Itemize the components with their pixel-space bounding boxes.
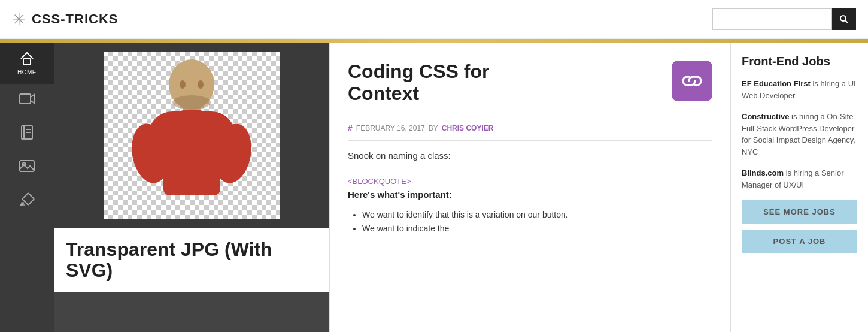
left-card-text: Transparent JPG (With SVG) [54, 228, 329, 292]
svg-point-23 [172, 95, 211, 110]
main-layout: HOME [0, 43, 868, 332]
sidebar-item-video[interactable] [0, 84, 54, 116]
article-image-area [54, 43, 329, 228]
article-meta: # FEBRUARY 16, 2017 BY CHRIS COYIER [348, 116, 712, 141]
checkered-background [104, 52, 280, 219]
logo[interactable]: ✳ CSS-TRICKS [12, 10, 118, 29]
site-header: ✳ CSS-TRICKS [0, 0, 868, 39]
svg-point-0 [840, 16, 846, 21]
content-area: Transparent JPG (With SVG) Coding CSS fo… [54, 43, 730, 332]
home-icon [19, 51, 35, 67]
logo-asterisk: ✳ [12, 10, 26, 29]
meta-by: BY [429, 124, 438, 132]
sidebar-home-label: HOME [17, 69, 37, 76]
left-article-card[interactable]: Transparent JPG (With SVG) [54, 43, 329, 332]
sidebar-item-almanac[interactable] [0, 116, 54, 151]
left-article-title: Transparent JPG (With SVG) [66, 239, 317, 281]
job-entry[interactable]: EF Education First is hiring a UI Web De… [742, 78, 857, 101]
link-icon [681, 73, 703, 89]
job-company: Constructive [742, 112, 789, 121]
book-icon [20, 125, 34, 140]
svg-rect-20 [163, 159, 220, 195]
image-icon [19, 159, 35, 173]
job-company: EF Education First [742, 79, 811, 88]
sidebar-item-home[interactable]: HOME [0, 43, 54, 84]
article-quote-text: Here's what's important: [348, 189, 712, 200]
post-job-button[interactable]: POST A JOB [742, 230, 857, 253]
meta-author-link[interactable]: CHRIS COYIER [442, 124, 494, 132]
pencil-icon [19, 192, 35, 207]
jobs-list: EF Education First is hiring a UI Web De… [742, 78, 857, 191]
svg-point-22 [198, 80, 204, 89]
list-item: We want to identify that this is a varia… [362, 208, 712, 222]
jobs-title: Front-End Jobs [742, 55, 857, 68]
bullet-list: We want to identify that this is a varia… [362, 208, 712, 237]
list-item: We want to indicate the [362, 222, 712, 236]
svg-rect-2 [23, 59, 31, 65]
sidebar-item-snippets[interactable] [0, 183, 54, 218]
logo-text: CSS-TRICKS [32, 11, 118, 27]
search-icon [839, 14, 849, 24]
video-icon [19, 92, 35, 105]
sidebar: HOME [0, 43, 54, 332]
svg-point-21 [180, 80, 186, 89]
search-area [712, 8, 856, 30]
article-header: Coding CSS for Context [348, 61, 712, 105]
person-figure [104, 52, 280, 219]
jobs-sidebar: Front-End Jobs EF Education First is hir… [730, 43, 868, 332]
job-company: Blinds.com [742, 168, 784, 177]
svg-rect-3 [20, 94, 31, 104]
snook-text: Snook on naming a class: [348, 150, 712, 161]
article-title: Coding CSS for Context [348, 61, 539, 105]
job-entry[interactable]: Constructive is hiring a On-Site Full-St… [742, 111, 857, 158]
meta-date: FEBRUARY 16, 2017 [356, 124, 425, 132]
search-button[interactable] [832, 8, 856, 30]
see-more-jobs-button[interactable]: SEE MORE JOBS [742, 200, 857, 224]
meta-hash: # [348, 123, 353, 133]
article-body: Snook on naming a class: <BLOCKQUOTE> He… [348, 150, 712, 237]
blockquote-label: <BLOCKQUOTE> [348, 177, 712, 186]
right-article-card: Coding CSS for Context # FEBRUARY 16, 20… [329, 43, 730, 332]
article-link-icon [672, 61, 712, 101]
sidebar-item-gallery[interactable] [0, 151, 54, 183]
job-entry[interactable]: Blinds.com is hiring a Senior Manager of… [742, 167, 857, 191]
search-input[interactable] [712, 8, 832, 30]
svg-line-1 [845, 20, 848, 23]
